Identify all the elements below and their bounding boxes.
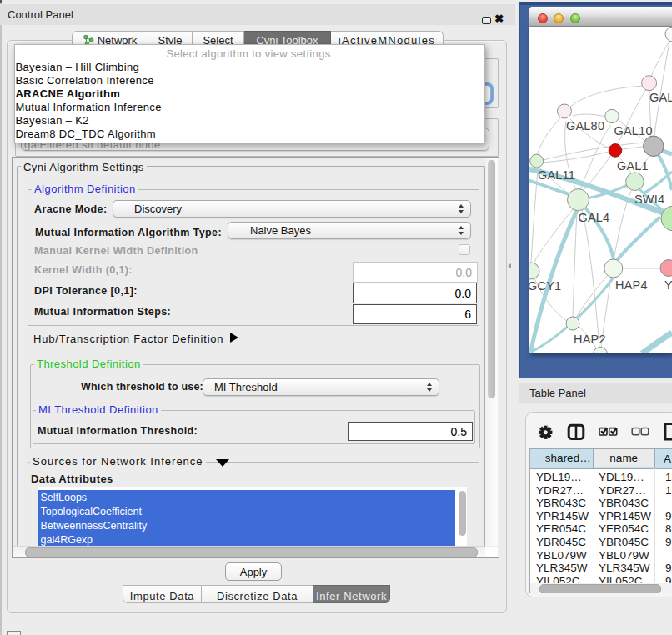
svg-text:HAP4: HAP4 bbox=[615, 278, 648, 292]
svg-text:HAP2: HAP2 bbox=[574, 332, 606, 346]
svg-text:GAL10: GAL10 bbox=[614, 124, 653, 138]
svg-text:GAL1: GAL1 bbox=[617, 159, 649, 172]
svg-text:SWI4: SWI4 bbox=[634, 192, 664, 206]
svg-text:GAL7: GAL7 bbox=[649, 91, 672, 104]
svg-text:Y: Y bbox=[664, 278, 672, 292]
svg-text:GAL11: GAL11 bbox=[538, 168, 575, 182]
svg-text:GAL80: GAL80 bbox=[566, 119, 604, 132]
svg-text:GCY1: GCY1 bbox=[529, 279, 561, 292]
svg-text:GAL4: GAL4 bbox=[579, 211, 610, 224]
